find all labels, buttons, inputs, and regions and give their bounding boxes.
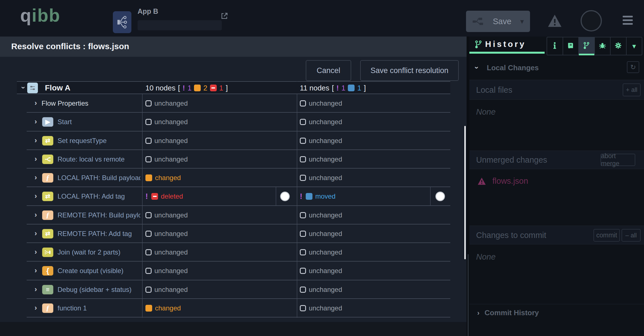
select-checkbox[interactable] — [300, 268, 306, 274]
table-row[interactable]: ›ƒLOCAL PATH: Build payloadchangedunchan… — [17, 169, 450, 187]
local-changes-header[interactable]: › Local Changes ↻ — [469, 61, 644, 75]
notifications-warning-icon[interactable] — [547, 14, 562, 29]
node-name: Join (wait for 2 parts) — [58, 248, 140, 256]
expand-chevron-icon[interactable]: › — [35, 155, 37, 163]
unstage-all-button[interactable]: – all — [622, 229, 641, 242]
summary-text: ! — [182, 84, 185, 92]
expand-chevron-icon[interactable]: › — [35, 248, 37, 256]
select-checkbox[interactable] — [300, 305, 306, 311]
cancel-button[interactable]: Cancel — [306, 60, 351, 81]
logo-text-ibb: ibb — [32, 5, 60, 26]
user-avatar[interactable] — [581, 10, 602, 31]
select-checkbox[interactable] — [145, 138, 152, 144]
expand-chevron-icon[interactable]: › — [35, 136, 37, 145]
select-checkbox[interactable] — [145, 212, 152, 218]
app-title: App B — [138, 7, 158, 15]
app-icon[interactable] — [113, 11, 131, 33]
tab-debug[interactable] — [595, 37, 611, 55]
select-checkbox[interactable] — [300, 156, 306, 162]
status-square-icon — [348, 85, 355, 91]
select-checkbox[interactable] — [145, 231, 152, 237]
save-conflict-resolution-button[interactable]: Save conflict resolution — [360, 60, 459, 81]
commit-button[interactable]: commit — [593, 229, 620, 242]
table-row[interactable]: ›⇄Set requestTypeunchangedunchanged — [17, 131, 450, 150]
local-status-cell: unchanged — [145, 243, 275, 262]
dialog-title: Resolve conflicts : flows.json — [11, 42, 129, 51]
expand-chevron-icon[interactable]: › — [35, 303, 37, 312]
expand-chevron-icon[interactable]: › — [35, 117, 37, 126]
tab-config[interactable] — [611, 37, 627, 55]
table-row[interactable]: ›⇄LOCAL PATH: Add tag!deleted!moved — [17, 187, 450, 206]
status-label: unchanged — [309, 304, 342, 312]
unmerged-title: Unmerged changes — [476, 155, 547, 165]
dialog-footer — [0, 322, 467, 336]
minus-icon — [211, 87, 215, 88]
summary-text: 1 — [357, 84, 361, 92]
select-checkbox[interactable] — [300, 119, 306, 125]
select-checkbox[interactable] — [145, 287, 152, 293]
collapse-chevron-icon[interactable]: › — [19, 86, 28, 89]
deploy-save-button[interactable]: Save ▾ — [466, 11, 530, 32]
table-row[interactable]: ›Route: local vs remoteunchangedunchange… — [17, 150, 450, 169]
local-status-cell: !deleted — [145, 187, 275, 206]
select-checkbox[interactable] — [300, 287, 306, 293]
flow-header-row[interactable]: ›Flow A10 nodes[!121]11 nodes[!11] — [17, 82, 450, 94]
table-row[interactable]: ›Flow Propertiesunchangedunchanged — [17, 94, 450, 113]
select-checkbox[interactable] — [300, 100, 306, 106]
local-status-cell: unchanged — [145, 206, 275, 224]
table-row[interactable]: ›⇄REMOTE PATH: Add tagunchangedunchanged — [17, 224, 450, 243]
expand-chevron-icon[interactable]: › — [35, 266, 37, 275]
table-row[interactable]: ›ƒfunction 1changedunchanged — [17, 299, 450, 317]
table-row[interactable]: ›≡Debug (sidebar + status)unchangeduncha… — [17, 280, 450, 299]
select-checkbox[interactable] — [300, 231, 306, 237]
select-checkbox[interactable] — [300, 175, 306, 181]
unmerged-file-name[interactable]: flows.json — [492, 176, 528, 186]
expand-chevron-icon[interactable]: › — [35, 173, 37, 182]
tab-help[interactable] — [563, 37, 579, 55]
table-row[interactable]: ›ƒREMOTE PATH: Build payloadunchangedunc… — [17, 206, 450, 224]
select-checkbox[interactable] — [300, 212, 306, 218]
refresh-button[interactable]: ↻ — [627, 61, 639, 73]
select-checkbox[interactable] — [145, 268, 152, 274]
tab-info[interactable] — [547, 37, 563, 55]
select-checkbox[interactable] — [145, 119, 152, 125]
node-name: Set requestType — [58, 137, 140, 145]
node-name: LOCAL PATH: Add tag — [58, 192, 140, 200]
select-checkbox[interactable] — [145, 156, 152, 162]
select-checkbox[interactable] — [145, 249, 152, 255]
select-checkbox[interactable] — [300, 249, 306, 255]
tab-more[interactable]: ▾ — [627, 37, 642, 55]
splitter-handle[interactable] — [468, 254, 469, 336]
resolve-remote-radio[interactable] — [435, 192, 445, 201]
conflict-table: ›Flow A10 nodes[!121]11 nodes[!11]›Flow … — [17, 81, 450, 318]
save-button-label: Save — [493, 17, 511, 26]
unmerged-file-row[interactable]: flows.json — [477, 176, 528, 186]
expand-chevron-icon[interactable]: › — [477, 309, 479, 317]
expand-chevron-icon[interactable]: › — [35, 210, 37, 219]
expand-chevron-icon[interactable]: › — [35, 229, 37, 238]
status-label: unchanged — [154, 99, 188, 107]
summary-text: 1 — [219, 84, 223, 92]
save-caret-icon[interactable]: ▾ — [520, 17, 524, 26]
select-checkbox[interactable] — [145, 100, 152, 106]
expand-chevron-icon[interactable]: › — [35, 99, 37, 107]
resolve-local-radio[interactable] — [280, 192, 290, 201]
tab-history[interactable] — [579, 37, 595, 55]
collapse-chevron-icon[interactable]: › — [472, 66, 481, 69]
expand-chevron-icon[interactable]: › — [35, 192, 37, 201]
summary-text: 1 — [188, 84, 191, 92]
commit-history-header[interactable]: › Commit History — [477, 308, 539, 317]
dialog-scrollbar[interactable] — [464, 126, 466, 259]
abort-merge-button[interactable]: abort merge — [600, 154, 635, 166]
start-node-icon: ▶ — [42, 117, 53, 127]
open-external-icon[interactable] — [220, 12, 229, 21]
stage-all-button[interactable]: + all — [623, 83, 641, 96]
table-row[interactable]: ›{Create output (visible)unchangedunchan… — [17, 262, 450, 280]
select-checkbox[interactable] — [300, 138, 306, 144]
table-row[interactable]: ›▶Startunchangedunchanged — [17, 113, 450, 131]
expand-chevron-icon[interactable]: › — [35, 285, 37, 294]
table-row[interactable]: ›Join (wait for 2 parts)unchangedunchang… — [17, 243, 450, 262]
main-menu-button[interactable] — [623, 16, 633, 25]
status-label: unchanged — [309, 174, 342, 182]
summary-text: [ — [178, 84, 180, 92]
